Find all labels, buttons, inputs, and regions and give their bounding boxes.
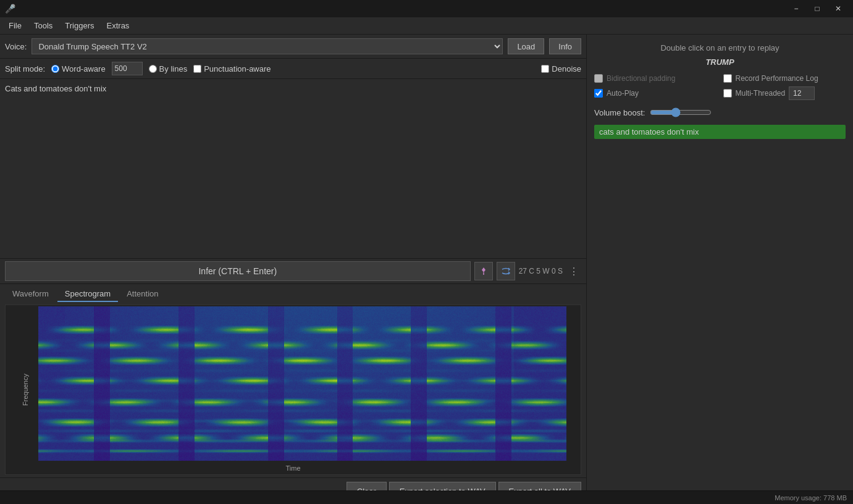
time-label: Time: [285, 464, 300, 472]
memory-usage: Memory usage: 778 MB: [775, 494, 847, 502]
frequency-label: Frequency: [22, 374, 29, 406]
volume-boost-label: Volume boost:: [594, 108, 645, 117]
record-perf-log-checkbox[interactable]: [723, 74, 732, 83]
word-aware-radio[interactable]: [51, 65, 59, 73]
main-textarea[interactable]: Cats and tomatoes don't mix: [5, 84, 581, 253]
pitch-icon[interactable]: [474, 262, 493, 280]
auto-play-label: Auto-Play: [607, 89, 639, 98]
text-area-container: Cats and tomatoes don't mix: [0, 79, 586, 258]
infer-row: Infer (CTRL + Enter) 27 C 5 W 0 S ⋮: [0, 258, 586, 284]
minimize-button[interactable]: −: [786, 2, 806, 15]
voice-row: Voice: Donald Trump Speech TT2 V2 Load I…: [0, 35, 586, 59]
app-icon: 🎤: [5, 4, 15, 14]
spectrogram-canvas: [38, 306, 566, 461]
record-perf-log-label: Record Performance Log: [736, 74, 818, 83]
word-aware-label[interactable]: Word-aware: [51, 64, 106, 74]
tab-spectrogram[interactable]: Spectrogram: [57, 287, 118, 302]
punctuation-aware-checkbox[interactable]: [193, 65, 201, 73]
denoise-checkbox[interactable]: [541, 65, 549, 73]
menu-bar: File Tools Triggers Extras: [0, 17, 853, 35]
bidirectional-padding-label: Bidirectional padding: [607, 74, 675, 83]
voice-label: Voice:: [5, 42, 27, 51]
split-mode-label: Split mode:: [5, 64, 45, 74]
multi-threaded-label: Multi-Threaded: [736, 89, 786, 98]
multi-threaded-row: Multi-Threaded: [723, 86, 846, 100]
options-grid: Bidirectional padding Record Performance…: [594, 74, 846, 100]
window-controls: − □ ✕: [786, 2, 848, 15]
menu-triggers[interactable]: Triggers: [59, 19, 100, 33]
title-bar: 🎤 − □ ✕: [0, 0, 853, 17]
denoise-container: Denoise: [541, 64, 581, 74]
tabs-row: Waveform Spectrogram Attention: [0, 284, 586, 302]
menu-tools[interactable]: Tools: [28, 19, 59, 33]
title-bar-left: 🎤: [5, 4, 15, 14]
stats-label: 27 C 5 W 0 S: [519, 267, 563, 275]
volume-row: Volume boost:: [594, 107, 846, 117]
by-lines-label[interactable]: By lines: [149, 64, 188, 74]
right-panel: Double click on an entry to replay TRUMP…: [587, 35, 853, 504]
split-row: Split mode: Word-aware By lines Punctuat…: [0, 59, 586, 79]
spectrogram-container: Frequency Time: [5, 304, 581, 475]
status-bar: Memory usage: 778 MB: [0, 490, 853, 504]
punctuation-aware-label[interactable]: Punctuation-aware: [193, 64, 271, 74]
double-click-hint: Double click on an entry to replay: [594, 43, 846, 52]
menu-file[interactable]: File: [2, 19, 28, 33]
tab-attention[interactable]: Attention: [119, 287, 166, 302]
menu-extras[interactable]: Extras: [101, 19, 136, 33]
voice-name-label: TRUMP: [594, 57, 846, 67]
auto-play-row: Auto-Play: [594, 86, 717, 100]
record-perf-log-row: Record Performance Log: [723, 74, 846, 83]
load-button[interactable]: Load: [508, 38, 544, 54]
word-aware-number[interactable]: [112, 62, 143, 75]
close-button[interactable]: ✕: [828, 2, 848, 15]
bidirectional-padding-checkbox[interactable]: [594, 74, 603, 83]
info-button[interactable]: Info: [549, 38, 581, 54]
auto-play-checkbox[interactable]: [594, 89, 603, 98]
multi-threaded-checkbox[interactable]: [723, 89, 732, 98]
bidirectional-padding-row: Bidirectional padding: [594, 74, 717, 83]
main-container: Voice: Donald Trump Speech TT2 V2 Load I…: [0, 35, 853, 504]
maximize-button[interactable]: □: [807, 2, 827, 15]
left-panel: Voice: Donald Trump Speech TT2 V2 Load I…: [0, 35, 587, 504]
by-lines-radio[interactable]: [149, 65, 157, 73]
denoise-label: Denoise: [552, 64, 581, 74]
queue-item[interactable]: cats and tomatoes don't mix: [594, 125, 846, 139]
tab-waveform[interactable]: Waveform: [5, 287, 56, 302]
voice-select[interactable]: Donald Trump Speech TT2 V2: [32, 38, 503, 54]
volume-slider[interactable]: [650, 107, 712, 117]
more-options-button[interactable]: ⋮: [566, 266, 581, 277]
multi-threaded-value[interactable]: [789, 86, 815, 100]
infer-button[interactable]: Infer (CTRL + Enter): [5, 261, 471, 281]
shuffle-icon[interactable]: [497, 262, 515, 280]
